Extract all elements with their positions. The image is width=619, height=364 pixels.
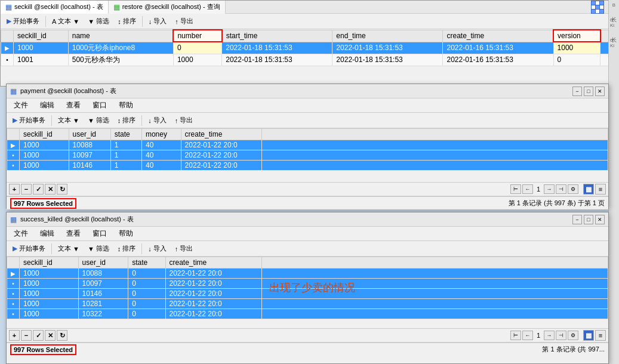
- import-btn-sk[interactable]: ↓ 导入: [144, 242, 170, 255]
- close-btn-sk[interactable]: ✕: [595, 215, 605, 224]
- sidebar-label-0kb2: 0 Ki: [610, 38, 618, 48]
- th-seckill-id-sk[interactable]: seckill_id: [20, 257, 79, 269]
- grid-view-btn-sk[interactable]: ▦: [583, 330, 594, 341]
- begin-tx-btn-payment[interactable]: ▶ 开始事务: [9, 114, 49, 127]
- table-row[interactable]: • 1000 10097 1 40 2022-01-22 20:0: [7, 150, 608, 161]
- cell: 1000: [20, 289, 79, 299]
- cell: 10146: [78, 289, 128, 299]
- sort-btn-bg[interactable]: ↕ 排序: [114, 15, 140, 28]
- th-state-sk[interactable]: state: [128, 257, 165, 269]
- tab-restore-query[interactable]: ▦ restore @seckill (localhost) - 查询: [109, 1, 226, 14]
- list-view-btn-p[interactable]: ≡: [595, 184, 606, 195]
- text-btn-bg[interactable]: A 文本 ▼: [48, 15, 83, 28]
- th-end-time[interactable]: end_time: [332, 30, 443, 42]
- next-page-btn-p[interactable]: →: [544, 184, 555, 194]
- cell: 2022-01-22 20:0: [181, 140, 261, 150]
- add-row-btn-sk[interactable]: +: [9, 330, 20, 341]
- minimize-btn-payment[interactable]: −: [572, 87, 582, 96]
- menu-edit-payment[interactable]: 编辑: [35, 100, 59, 111]
- remove-row-btn-payment[interactable]: −: [21, 184, 32, 195]
- sep-p2: [141, 115, 142, 126]
- table-row[interactable]: • 1000 10322 0 2022-01-22 20:0: [7, 309, 608, 319]
- check-btn-sk[interactable]: ✓: [33, 330, 44, 341]
- cell: 2022-01-22 20:0: [165, 299, 261, 309]
- settings-btn-sk[interactable]: ⚙: [568, 331, 578, 340]
- refresh-btn-payment[interactable]: ↻: [57, 184, 67, 195]
- table-row[interactable]: • 1000 10281 0 2022-01-22 20:0: [7, 299, 608, 309]
- table-row[interactable]: ▶ 1000 1000元秒杀iphone8 0 2022-01-18 15:31…: [1, 42, 618, 54]
- table-row[interactable]: • 1000 10146 1 40 2022-01-22 20:0: [7, 161, 608, 171]
- menu-file-payment[interactable]: 文件: [9, 100, 33, 111]
- th-create-time-sk[interactable]: create_time: [165, 257, 261, 269]
- table-row[interactable]: ▶ 1000 10088 1 40 2022-01-22 20:0: [7, 140, 608, 150]
- th-money-p[interactable]: money: [141, 129, 181, 140]
- export-btn-sk[interactable]: ↑ 导出: [171, 242, 197, 255]
- payment-window-controls: − □ ✕: [572, 87, 605, 96]
- th-user-id-sk[interactable]: user_id: [78, 257, 128, 269]
- maximize-btn-payment[interactable]: □: [584, 87, 593, 96]
- last-page-btn-sk[interactable]: ⊣: [556, 331, 566, 340]
- sort-btn-sk[interactable]: ↕ 排序: [114, 242, 140, 255]
- table-row[interactable]: ▶ 1000 10088 0 2022-01-22 20:0: [7, 269, 608, 279]
- table-row[interactable]: • 1001 500元秒杀华为 1000 2022-01-18 15:31:53…: [1, 54, 618, 66]
- cell: 1000: [20, 161, 69, 171]
- cancel-btn-payment[interactable]: ✕: [45, 184, 56, 195]
- grid-view-btn-p[interactable]: ▦: [583, 184, 594, 195]
- th-number[interactable]: number: [173, 30, 221, 42]
- menu-file-sk[interactable]: 文件: [9, 228, 33, 239]
- tab-seckill-table[interactable]: ▦ seckill @seckill (localhost) - 表: [1, 1, 109, 14]
- menu-help-payment[interactable]: 帮助: [114, 100, 138, 111]
- th-start-time[interactable]: start_time: [222, 30, 332, 42]
- menu-window-sk[interactable]: 窗口: [88, 228, 112, 239]
- menu-view-sk[interactable]: 查看: [61, 228, 85, 239]
- export-btn-payment[interactable]: ↑ 导出: [171, 114, 197, 127]
- remove-row-btn-sk[interactable]: −: [21, 330, 32, 341]
- menu-window-payment[interactable]: 窗口: [88, 100, 112, 111]
- menu-view-payment[interactable]: 查看: [61, 100, 85, 111]
- th-seckill-id[interactable]: seckill_id: [14, 30, 69, 42]
- filter-btn-bg[interactable]: ▼ 筛选: [84, 15, 113, 28]
- import-btn-bg[interactable]: ↓ 导入: [145, 15, 171, 28]
- th-name[interactable]: name: [68, 30, 173, 42]
- begin-tx-btn-sk[interactable]: ▶ 开始事务: [9, 242, 49, 255]
- cell-create-time: 2022-01-16 15:31:53: [443, 54, 553, 66]
- filter-btn-sk[interactable]: ▼ 筛选: [84, 242, 113, 255]
- list-view-btn-sk[interactable]: ≡: [595, 330, 606, 341]
- menu-help-sk[interactable]: 帮助: [114, 228, 138, 239]
- close-btn-payment[interactable]: ✕: [595, 87, 605, 96]
- sort-btn-payment[interactable]: ↕ 排序: [114, 114, 140, 127]
- sep1: [45, 16, 46, 27]
- th-user-id-p[interactable]: user_id: [69, 129, 110, 140]
- prev-page-btn-sk[interactable]: ←: [522, 331, 533, 340]
- filter-btn-payment[interactable]: ▼ 筛选: [84, 114, 113, 127]
- begin-tx-btn-bg[interactable]: ▶ 开始事务: [3, 15, 43, 28]
- minimize-btn-sk[interactable]: −: [572, 215, 582, 224]
- cancel-btn-sk[interactable]: ✕: [45, 330, 56, 341]
- th-state-p[interactable]: state: [110, 129, 141, 140]
- text-btn-payment[interactable]: 文本 ▼: [54, 114, 83, 127]
- right-sidebar: B 长 0 Ki 长 0 Ki: [608, 0, 619, 364]
- th-version[interactable]: version: [553, 30, 600, 42]
- th-seckill-id-p[interactable]: seckill_id: [20, 129, 69, 140]
- add-row-btn-payment[interactable]: +: [9, 184, 20, 195]
- tab-seckill-label: seckill @seckill (localhost) - 表: [14, 2, 103, 11]
- first-page-btn-sk[interactable]: ⊢: [510, 331, 521, 340]
- menu-edit-sk[interactable]: 编辑: [35, 228, 59, 239]
- text-btn-sk[interactable]: 文本 ▼: [54, 242, 83, 255]
- prev-page-btn-p[interactable]: ←: [522, 184, 533, 194]
- check-btn-payment[interactable]: ✓: [33, 184, 44, 195]
- first-page-btn-p[interactable]: ⊢: [510, 184, 521, 194]
- settings-btn-p[interactable]: ⚙: [568, 184, 578, 194]
- cell-number: 0: [173, 42, 221, 54]
- refresh-btn-sk[interactable]: ↻: [57, 330, 67, 341]
- th-create-time[interactable]: create_time: [443, 30, 553, 42]
- last-page-btn-p[interactable]: ⊣: [556, 184, 566, 194]
- sk-window-controls: − □ ✕: [572, 215, 605, 224]
- cell: 10088: [69, 140, 110, 150]
- next-page-btn-sk[interactable]: →: [544, 331, 555, 340]
- import-btn-payment[interactable]: ↓ 导入: [144, 114, 170, 127]
- th-create-time-p[interactable]: create_time: [181, 129, 261, 140]
- cell: 40: [141, 140, 181, 150]
- maximize-btn-sk[interactable]: □: [584, 215, 593, 224]
- export-btn-bg[interactable]: ↑ 导出: [171, 15, 197, 28]
